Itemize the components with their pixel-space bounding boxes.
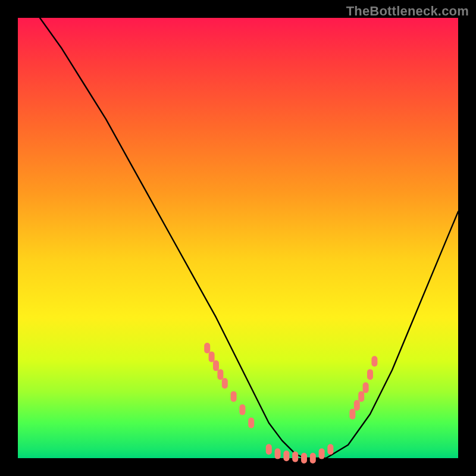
bottleneck-curve	[40, 18, 458, 458]
dot	[319, 449, 325, 459]
dot	[283, 450, 289, 461]
dot	[209, 352, 215, 362]
dot	[217, 369, 223, 380]
dot	[231, 391, 237, 402]
plot-area	[18, 18, 458, 458]
dot	[266, 444, 272, 455]
dot	[213, 361, 219, 371]
dot	[349, 409, 355, 419]
curve-svg	[18, 18, 458, 458]
dot	[248, 418, 254, 428]
dot	[363, 383, 369, 393]
dot	[239, 405, 245, 415]
dot	[367, 369, 373, 380]
dot	[327, 444, 333, 455]
dot	[354, 400, 360, 411]
dot	[222, 378, 228, 389]
dot	[301, 453, 307, 464]
dot	[310, 453, 316, 464]
chart-stage: TheBottleneck.com	[0, 0, 476, 476]
dot	[275, 449, 281, 459]
highlight-dots-right	[349, 356, 377, 419]
dot	[292, 452, 298, 462]
highlight-dots-left	[204, 343, 254, 428]
dot	[204, 343, 210, 353]
highlight-dots-bottom	[266, 444, 334, 464]
dot	[358, 391, 364, 402]
dot	[371, 356, 377, 367]
watermark-text: TheBottleneck.com	[346, 4, 469, 19]
